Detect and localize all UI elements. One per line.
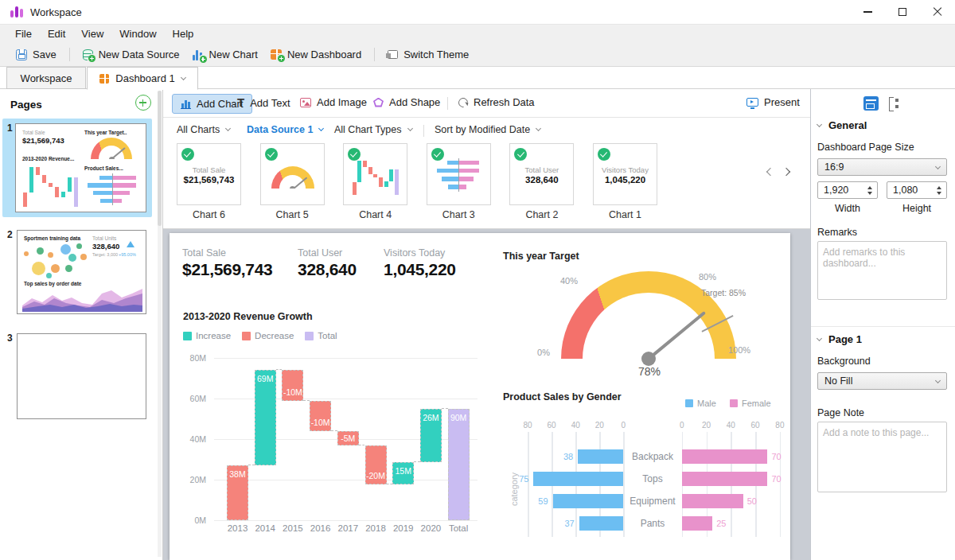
x-tick-label: 40 xyxy=(566,421,585,430)
new-dashboard-button[interactable]: New Dashboard xyxy=(264,46,368,63)
gallery-cards: Total Sale$21,569,743Chart 6Chart 5Chart… xyxy=(163,118,810,228)
new-data-source-button[interactable]: New Data Source xyxy=(76,46,186,63)
refresh-data-button[interactable]: Refresh Data xyxy=(458,96,535,108)
stepper-arrows[interactable] xyxy=(937,186,941,196)
height-label: Height xyxy=(887,203,947,214)
maximize-button[interactable] xyxy=(885,0,920,24)
female-bar xyxy=(682,449,768,464)
dashboard-properties-tab-icon[interactable] xyxy=(863,96,879,111)
category-label: Backpack xyxy=(625,451,680,462)
kpi-visitors-today: Visitors Today 1,045,220 xyxy=(384,247,456,279)
y-tick-label: 40M xyxy=(177,434,206,444)
add-shape-button[interactable]: Add Shape xyxy=(373,96,440,108)
present-button[interactable]: Present xyxy=(746,96,800,108)
page-thumbnail-1[interactable]: Total Sale $21,569,743 This year Target.… xyxy=(15,123,146,212)
butterfly-thumbnail xyxy=(435,158,484,193)
menu-window[interactable]: Window xyxy=(112,26,163,41)
gallery-card-chart-3[interactable] xyxy=(427,143,491,205)
gallery-card-chart-5[interactable] xyxy=(260,143,325,205)
tab-workspace[interactable]: Workspace xyxy=(6,67,86,89)
page-thumbnail-3[interactable] xyxy=(17,333,146,419)
bubble xyxy=(37,247,44,255)
switch-theme-button[interactable]: Switch Theme xyxy=(381,46,475,63)
x-tick-label: 40 xyxy=(721,421,740,430)
new-chart-button[interactable]: New Chart xyxy=(186,46,264,63)
remarks-textarea[interactable] xyxy=(817,241,947,300)
pages-scrollbar[interactable] xyxy=(158,91,162,557)
pages-scrollbar-thumb[interactable] xyxy=(158,91,162,226)
width-value: 1,920 xyxy=(824,185,848,196)
menu-view[interactable]: View xyxy=(74,26,111,41)
waterfall-thumbnail-bar xyxy=(353,182,357,195)
male-value-label: 75 xyxy=(505,474,528,484)
general-section-header[interactable]: General xyxy=(817,119,867,131)
add-image-button[interactable]: Add Image xyxy=(300,96,367,108)
bubble xyxy=(76,243,82,249)
gallery-card-chart-4[interactable] xyxy=(343,143,407,205)
pages-panel-title: Pages xyxy=(10,99,42,111)
gauge-chart[interactable]: This year Target 0% 40% 80% 100% 78% Tar… xyxy=(497,246,788,385)
general-section-title: General xyxy=(828,119,867,131)
tab-workspace-label: Workspace xyxy=(21,72,72,84)
add-shape-label: Add Shape xyxy=(389,96,440,108)
butterfly-thumbnail-female-bar xyxy=(113,183,136,187)
bubble xyxy=(24,251,29,256)
minimize-button[interactable] xyxy=(850,0,885,24)
chevron-down-icon[interactable] xyxy=(181,74,186,80)
close-button[interactable] xyxy=(920,0,955,24)
height-stepper[interactable]: 1,080 xyxy=(887,181,947,199)
gallery-card-name: Chart 2 xyxy=(500,209,583,220)
page-section-header[interactable]: Page 1 xyxy=(817,333,862,345)
waterfall-thumbnail-bar xyxy=(379,177,383,186)
chevron-down-icon xyxy=(935,164,941,169)
menu-file[interactable]: File xyxy=(8,26,39,41)
gauge-tick-0: 0% xyxy=(526,348,561,357)
gallery-card-name: Chart 4 xyxy=(333,209,417,220)
butterfly-thumbnail xyxy=(84,173,142,207)
gridline xyxy=(780,432,782,537)
check-badge-icon xyxy=(265,148,278,161)
background-select[interactable]: No Fill xyxy=(817,372,947,390)
kpi-label: Visitors Today xyxy=(384,247,456,259)
y-tick-label: 80M xyxy=(177,353,206,363)
menu-help[interactable]: Help xyxy=(166,26,201,41)
outline-tab-icon[interactable] xyxy=(887,97,900,110)
waterfall-thumbnail-bar xyxy=(61,192,66,197)
menu-bar: File Edit View Window Help xyxy=(0,24,955,43)
bubble xyxy=(65,265,72,272)
chevron-down-icon xyxy=(935,378,941,383)
save-button[interactable]: Save xyxy=(10,46,63,63)
gauge-thumbnail xyxy=(91,138,132,159)
switch-theme-label: Switch Theme xyxy=(403,49,469,60)
waterfall-thumbnail-bar xyxy=(42,175,47,183)
page-thumbnail-2[interactable]: Sportmen training data Total Units 328,6… xyxy=(17,230,146,314)
butterfly-thumbnail-male-bar xyxy=(437,169,458,173)
gallery-card-chart-2[interactable]: Total User328,640 xyxy=(509,143,574,205)
thumb-target-label: Target: 3,000 xyxy=(92,252,118,257)
add-page-button[interactable] xyxy=(135,95,151,111)
gallery-card-chart-1[interactable]: Visitors Today1,045,220 xyxy=(593,143,657,205)
card-kpi-value: 328,640 xyxy=(510,175,573,185)
tab-dashboard-1[interactable]: Dashboard 1 xyxy=(87,67,198,90)
trend-up-icon xyxy=(127,241,134,247)
dashboard-page[interactable]: Total Sale $21,569,743 Total User 328,64… xyxy=(170,233,790,560)
add-text-label: Add Text xyxy=(250,97,290,109)
waterfall-thumbnail-bar xyxy=(55,187,60,197)
page-size-select[interactable]: 16:9 xyxy=(817,158,947,176)
butterfly-chart[interactable]: Product Sales by Gender Male Female cate… xyxy=(496,389,789,553)
document-tab-bar: Workspace Dashboard 1 xyxy=(0,67,955,89)
add-text-button[interactable]: Add Text xyxy=(237,96,290,109)
kpi-widget[interactable]: Total Sale $21,569,743 Total User 328,64… xyxy=(177,247,480,294)
butterfly-thumbnail-male-bar xyxy=(447,161,458,165)
x-tick-label: 0 xyxy=(614,421,633,430)
width-stepper[interactable]: 1,920 xyxy=(817,181,878,199)
toolbar-separator xyxy=(69,48,70,61)
kpi-value: 328,640 xyxy=(298,260,357,279)
butterfly-thumbnail-female-bar xyxy=(459,169,479,173)
stepper-arrows[interactable] xyxy=(867,186,872,196)
menu-edit[interactable]: Edit xyxy=(41,26,72,41)
bubble xyxy=(68,254,76,262)
page-note-textarea[interactable] xyxy=(817,422,947,492)
gallery-card-chart-6[interactable]: Total Sale$21,569,743 xyxy=(177,143,241,205)
waterfall-chart[interactable]: 2013-2020 Revenue Growth Increase Decrea… xyxy=(176,306,491,540)
